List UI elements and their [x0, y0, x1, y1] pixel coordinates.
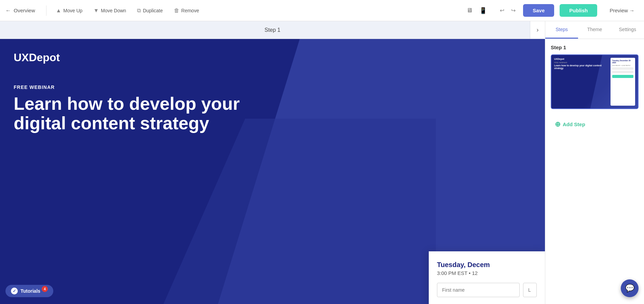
first-name-input[interactable] — [437, 283, 520, 297]
canvas-area: Step 1 › UXDepot FREE WEBINAR Learn how … — [0, 21, 545, 304]
duplicate-icon: ⧉ — [137, 8, 141, 14]
thumb-title: Learn how to develop your digital conten… — [554, 64, 608, 70]
hero-content: UXDepot FREE WEBINAR Learn how to develo… — [0, 39, 545, 145]
trash-icon: 🗑 — [174, 8, 179, 14]
duplicate-button[interactable]: ⧉ Duplicate — [133, 5, 167, 16]
free-webinar-label: FREE WEBINAR — [14, 84, 531, 90]
chat-button[interactable]: 💬 — [621, 279, 639, 297]
reg-time: 3:00 PM EST • 12 — [437, 270, 537, 276]
tutorials-check-icon: ✓ — [11, 288, 18, 294]
tutorials-badge[interactable]: ✓ Tutorials 4 — [5, 285, 53, 297]
thumb-free: FREE WEBINAR — [554, 62, 608, 64]
thumb-date: Tuesday, December 29 2020 — [612, 60, 633, 64]
step1-sidebar-label: Step 1 — [551, 44, 639, 50]
hero-title: Learn how to develop your digital conten… — [14, 94, 253, 133]
right-sidebar: Steps Theme Settings Step 1 UXDepot FRE — [545, 21, 644, 304]
overview-link[interactable]: ← Overview — [5, 8, 35, 14]
toolbar: ← Overview ▲ Move Up ▼ Move Down ⧉ Dupli… — [0, 0, 644, 21]
sidebar-content: Step 1 UXDepot FREE WEBINAR Learn how to… — [545, 39, 644, 304]
brand-name: UXDepot — [14, 51, 531, 64]
webinar-canvas: UXDepot FREE WEBINAR Learn how to develo… — [0, 39, 545, 304]
remove-button[interactable]: 🗑 Remove — [170, 5, 203, 16]
tutorials-count-badge: 4 — [42, 286, 48, 292]
step-label: Step 1 — [5, 27, 539, 33]
move-up-icon: ▲ — [56, 8, 61, 14]
hero-diagonal-bg-2 — [164, 119, 436, 304]
move-down-button[interactable]: ▼ Move Down — [89, 5, 130, 16]
mobile-icon[interactable]: 📱 — [478, 5, 488, 16]
tab-settings[interactable]: Settings — [611, 21, 644, 39]
chat-icon: 💬 — [625, 284, 634, 293]
main-layout: Step 1 › UXDepot FREE WEBINAR Learn how … — [0, 21, 644, 304]
add-step-icon: ⊕ — [555, 120, 561, 128]
back-arrow-icon: ← — [5, 8, 11, 14]
undo-button[interactable]: ↩ — [498, 6, 506, 15]
tab-steps[interactable]: Steps — [545, 21, 578, 39]
thumb-field-2 — [612, 71, 633, 73]
save-button[interactable]: Save — [523, 4, 554, 17]
overview-label: Overview — [14, 8, 35, 13]
thumb-brand: UXDepot — [554, 58, 608, 60]
last-name-input[interactable] — [523, 283, 537, 297]
thumb-left: UXDepot FREE WEBINAR Learn how to develo… — [554, 58, 608, 106]
device-switcher: 🖥 📱 — [465, 5, 488, 16]
add-step-button[interactable]: ⊕ Add Step — [551, 116, 589, 132]
tutorials-label: Tutorials — [20, 288, 40, 294]
thumb-field-1 — [612, 67, 633, 70]
tab-theme[interactable]: Theme — [578, 21, 611, 39]
step-bar: Step 1 › — [0, 21, 545, 39]
preview-button[interactable]: Preview → — [605, 5, 639, 16]
undo-redo-group: ↩ ↪ — [498, 6, 518, 15]
sidebar-tabs: Steps Theme Settings — [545, 21, 644, 39]
chevron-right-icon: › — [537, 26, 539, 34]
move-down-icon: ▼ — [93, 8, 99, 14]
publish-button[interactable]: Publish — [560, 4, 597, 17]
move-up-button[interactable]: ▲ Move Up — [52, 5, 87, 16]
thumb-right: Tuesday, December 29 2020 3:00 PM EST • … — [611, 58, 635, 106]
step-thumbnail[interactable]: UXDepot FREE WEBINAR Learn how to develo… — [551, 54, 639, 109]
step-toggle-button[interactable]: › — [530, 21, 545, 39]
registration-panel: Tuesday, Decem 3:00 PM EST • 12 — [429, 251, 545, 304]
thumb-register-btn — [612, 75, 633, 78]
hero-section: UXDepot FREE WEBINAR Learn how to develo… — [0, 39, 545, 304]
thumb-time: 3:00 PM EST • 12:00 PM PST — [612, 65, 633, 66]
thumb-content: UXDepot FREE WEBINAR Learn how to develo… — [551, 55, 638, 108]
redo-button[interactable]: ↪ — [509, 6, 518, 15]
reg-date: Tuesday, Decem — [437, 261, 537, 269]
divider-1 — [46, 5, 46, 16]
desktop-icon[interactable]: 🖥 — [465, 5, 474, 15]
registration-fields — [437, 283, 537, 297]
